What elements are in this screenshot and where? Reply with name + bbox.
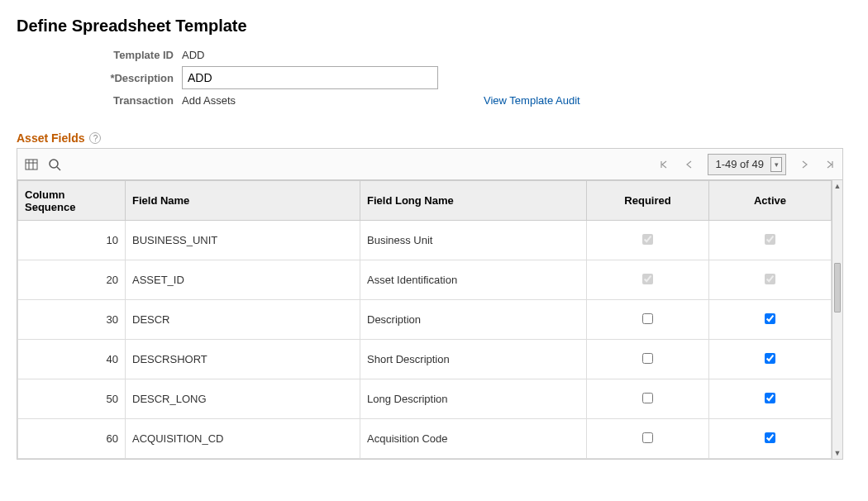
cell-field-long-name: Business Unit [360,221,587,260]
cell-active [709,260,832,300]
search-icon[interactable] [47,157,62,172]
prev-page-icon[interactable] [683,159,694,170]
cell-field-long-name: Short Description [360,340,587,379]
cell-sequence: 30 [18,300,126,340]
view-template-audit-link[interactable]: View Template Audit [484,94,580,107]
col-header-required[interactable]: Required [587,181,709,221]
cell-active [709,300,832,340]
scroll-down-icon[interactable]: ▼ [832,447,842,459]
cell-active [709,340,832,379]
last-page-icon[interactable] [824,159,836,170]
required-checkbox [642,274,653,284]
svg-rect-0 [26,160,37,169]
required-checkbox[interactable] [642,432,653,443]
cell-required [587,379,709,419]
cell-sequence: 40 [18,340,126,379]
cell-field-name: ACQUISITION_CD [126,419,360,459]
page-range-text: 1-49 of 49 [715,158,764,170]
asset-fields-grid: 1-49 of 49 ▾ Column Sequence Field Name … [17,148,843,460]
required-checkbox[interactable] [642,313,653,324]
transaction-value: Add Assets [182,94,236,107]
cell-field-long-name: Acquisition Code [360,419,587,459]
scroll-thumb[interactable] [834,263,841,313]
required-checkbox[interactable] [642,393,653,403]
template-id-value: ADD [182,49,204,61]
col-header-active[interactable]: Active [709,181,832,221]
svg-point-4 [50,160,58,168]
description-input[interactable] [182,66,438,89]
cell-required [587,221,709,260]
help-icon[interactable]: ? [89,132,101,144]
cell-field-name: DESCRSHORT [126,340,360,379]
transaction-label: Transaction [17,94,182,107]
table-row: 50DESCR_LONGLong Description [18,379,832,419]
active-checkbox [765,234,775,245]
cell-active [709,419,832,459]
active-checkbox[interactable] [765,353,775,364]
cell-required [587,419,709,459]
table-row: 20ASSET_IDAsset Identification [18,260,832,300]
cell-sequence: 60 [18,419,126,459]
active-checkbox[interactable] [765,313,775,324]
personalize-icon[interactable] [24,157,39,172]
cell-field-long-name: Asset Identification [360,260,587,300]
cell-required [587,300,709,340]
col-header-field-long-name[interactable]: Field Long Name [360,181,587,221]
cell-active [709,379,832,419]
chevron-down-icon: ▾ [770,157,782,172]
table-row: 30DESCRDescription [18,300,832,340]
page-range-selector[interactable]: 1-49 of 49 ▾ [708,154,786,175]
required-checkbox[interactable] [642,353,653,364]
next-page-icon[interactable] [799,159,811,170]
first-page-icon[interactable] [658,159,670,170]
asset-fields-section-title: Asset Fields [17,131,84,145]
required-checkbox [642,234,653,245]
active-checkbox [765,274,775,284]
cell-sequence: 50 [18,379,126,419]
cell-sequence: 10 [18,221,126,260]
cell-sequence: 20 [18,260,126,300]
cell-required [587,260,709,300]
active-checkbox[interactable] [765,432,775,443]
svg-line-5 [57,167,60,170]
grid-scrollbar[interactable]: ▲ ▼ [832,180,842,459]
page-title: Define Spreadsheet Template [17,17,851,36]
cell-field-name: DESCR [126,300,360,340]
cell-active [709,221,832,260]
active-checkbox[interactable] [765,393,775,403]
template-id-label: Template ID [17,49,182,61]
col-header-sequence[interactable]: Column Sequence [18,181,126,221]
table-row: 40DESCRSHORTShort Description [18,340,832,379]
description-label: *Description [17,72,182,84]
scroll-up-icon[interactable]: ▲ [832,180,842,192]
cell-field-name: BUSINESS_UNIT [126,221,360,260]
col-header-field-name[interactable]: Field Name [126,181,360,221]
table-row: 10BUSINESS_UNITBusiness Unit [18,221,832,260]
cell-field-long-name: Description [360,300,587,340]
cell-required [587,340,709,379]
cell-field-long-name: Long Description [360,379,587,419]
cell-field-name: ASSET_ID [126,260,360,300]
cell-field-name: DESCR_LONG [126,379,360,419]
table-row: 60ACQUISITION_CDAcquisition Code [18,419,832,459]
